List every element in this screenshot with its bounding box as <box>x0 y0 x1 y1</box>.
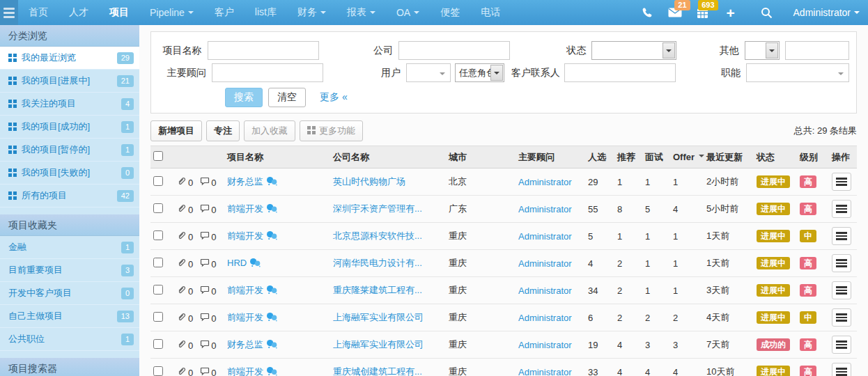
any-role-select[interactable]: 任意角色 <box>455 63 504 82</box>
comment-icon[interactable] <box>200 259 210 269</box>
new-project-button[interactable]: 新增项目 <box>150 120 202 141</box>
consultant-link[interactable]: Administrator <box>518 258 572 269</box>
function-select[interactable] <box>746 63 849 82</box>
search-button[interactable]: 搜索 <box>225 88 263 107</box>
project-link[interactable]: 财务总监 <box>227 176 263 187</box>
chat-cloud-icon[interactable] <box>266 232 278 242</box>
comment-icon[interactable] <box>200 178 210 188</box>
clear-button[interactable]: 清空 <box>268 88 306 107</box>
chat-cloud-icon[interactable] <box>266 313 278 324</box>
chat-cloud-icon[interactable] <box>266 178 278 188</box>
row-checkbox[interactable] <box>153 176 163 186</box>
attachment-icon[interactable] <box>177 205 187 215</box>
row-actions-button[interactable] <box>832 363 851 376</box>
nav-item-人才[interactable]: 人才 <box>59 0 99 25</box>
row-actions-button[interactable] <box>832 308 851 327</box>
nav-item-财务[interactable]: 财务 <box>287 0 336 25</box>
company-link[interactable]: 上海融军实业有限公司 <box>333 312 424 322</box>
project-name-input[interactable] <box>208 41 319 60</box>
attachment-icon[interactable] <box>177 368 187 376</box>
chat-cloud-icon[interactable] <box>266 340 278 351</box>
sidebar-item[interactable]: 公共职位1 <box>0 328 139 351</box>
consultant-link[interactable]: Administrator <box>518 231 572 242</box>
row-checkbox[interactable] <box>153 258 163 267</box>
attachment-icon[interactable] <box>177 232 187 242</box>
user-select[interactable] <box>406 63 451 82</box>
sidebar-item[interactable]: 我的项目[暂停的]1 <box>0 139 139 162</box>
calendar-icon[interactable]: 693 <box>689 0 717 25</box>
project-link[interactable]: HRD <box>227 258 247 268</box>
row-actions-button[interactable] <box>832 281 851 299</box>
user-menu[interactable]: Administrator <box>793 7 860 18</box>
column-header-项目名称[interactable]: 项目名称 <box>224 146 330 169</box>
other-input[interactable] <box>785 41 849 60</box>
attachment-icon[interactable] <box>177 178 187 188</box>
sidebar-item[interactable]: 我的项目[进展中]21 <box>0 70 139 93</box>
consultant-link[interactable]: Administrator <box>518 367 572 376</box>
sidebar-item[interactable]: 开发中客户项目0 <box>0 282 139 305</box>
sidebar-item[interactable]: 金融1 <box>0 236 139 259</box>
sidebar-item[interactable]: 我的最近浏览29 <box>0 47 139 70</box>
row-actions-button[interactable] <box>832 173 851 191</box>
comment-icon[interactable] <box>200 340 210 351</box>
sidebar-item[interactable]: 我的项目[成功的]1 <box>0 116 139 139</box>
row-checkbox[interactable] <box>153 285 163 295</box>
attachment-icon[interactable] <box>177 313 187 324</box>
chat-cloud-icon[interactable] <box>249 259 261 269</box>
comment-icon[interactable] <box>200 286 210 297</box>
company-link[interactable]: 重庆城创建筑工程有... <box>333 366 422 376</box>
nav-item-list库[interactable]: list库 <box>245 0 287 25</box>
column-header-状态[interactable]: 状态 <box>754 146 797 169</box>
chat-cloud-icon[interactable] <box>266 368 278 376</box>
main-consultant-input[interactable] <box>212 63 323 82</box>
consultant-link[interactable]: Administrator <box>518 340 572 350</box>
company-link[interactable]: 深圳宇禾资产管理有... <box>333 203 422 214</box>
comment-icon[interactable] <box>200 368 210 376</box>
row-checkbox[interactable] <box>153 312 163 322</box>
column-header-公司名称[interactable]: 公司名称 <box>330 146 446 169</box>
column-header-主要顾问[interactable]: 主要顾问 <box>516 146 585 169</box>
comment-icon[interactable] <box>200 232 210 242</box>
add-favorite-button[interactable]: 加入收藏 <box>244 120 295 141</box>
nav-item-OA[interactable]: OA <box>386 0 430 25</box>
column-header-操作[interactable]: 操作 <box>829 146 857 169</box>
sidebar-item[interactable]: 所有的项目42 <box>0 185 139 207</box>
status-select[interactable] <box>591 41 676 60</box>
column-header-级别[interactable]: 级别 <box>797 146 829 169</box>
nav-item-客户[interactable]: 客户 <box>204 0 245 25</box>
sidebar-item[interactable]: 我的项目[失败的]0 <box>0 162 139 185</box>
search-icon[interactable] <box>753 0 781 25</box>
consultant-link[interactable]: Administrator <box>518 313 572 323</box>
column-header-面试[interactable]: 面试 <box>642 146 670 169</box>
project-link[interactable]: 前端开发 <box>227 312 263 322</box>
company-link[interactable]: 河南华民电力设计有... <box>333 258 422 268</box>
chat-cloud-icon[interactable] <box>266 286 278 297</box>
attachment-icon[interactable] <box>177 340 187 351</box>
company-link[interactable]: 重庆隆莱建筑工程有... <box>333 285 422 295</box>
consultant-link[interactable]: Administrator <box>518 285 572 296</box>
phone-icon[interactable] <box>633 0 661 25</box>
more-link[interactable]: 更多 « <box>320 91 348 104</box>
mail-icon[interactable]: 21 <box>661 0 689 25</box>
nav-item-电话[interactable]: 电话 <box>470 0 511 25</box>
nav-item-便签[interactable]: 便签 <box>430 0 470 25</box>
company-link[interactable]: 北京思源科安软件技... <box>333 230 422 241</box>
column-header-推荐[interactable]: 推荐 <box>614 146 642 169</box>
attachment-icon[interactable] <box>177 286 187 297</box>
row-checkbox[interactable] <box>153 339 163 349</box>
more-functions-button[interactable]: 更多功能 <box>300 120 363 141</box>
row-actions-button[interactable] <box>832 254 851 272</box>
attachment-icon[interactable] <box>177 259 187 269</box>
row-actions-button[interactable] <box>832 227 851 245</box>
row-checkbox[interactable] <box>153 203 163 213</box>
select-all-checkbox[interactable] <box>153 151 163 161</box>
column-header-人选[interactable]: 人选 <box>585 146 614 169</box>
project-link[interactable]: 财务总监 <box>227 339 263 350</box>
company-link[interactable]: 英山时代购物广场 <box>333 176 405 187</box>
comment-icon[interactable] <box>200 205 210 215</box>
project-link[interactable]: 前端开发 <box>227 203 263 214</box>
other-select[interactable] <box>745 41 780 60</box>
project-link[interactable]: 前端开发 <box>227 366 263 376</box>
row-actions-button[interactable] <box>832 200 851 218</box>
row-actions-button[interactable] <box>832 336 851 354</box>
